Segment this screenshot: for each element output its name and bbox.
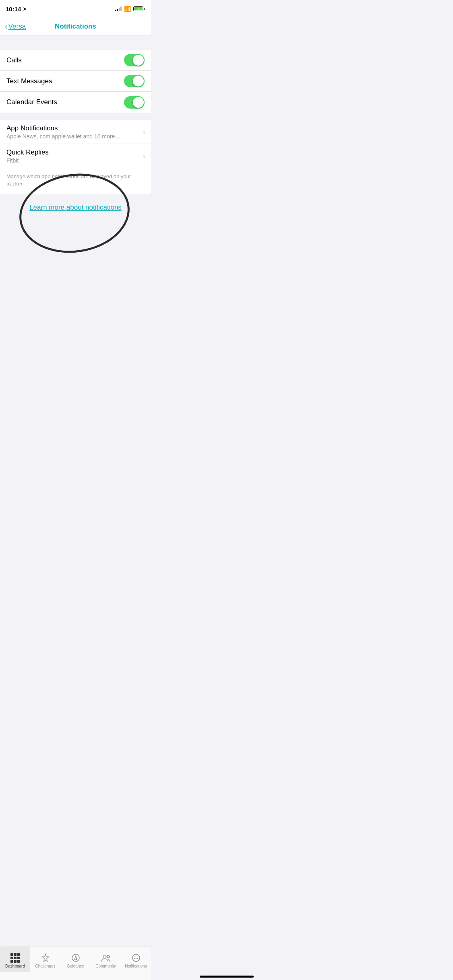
app-notifications-chevron-icon: › xyxy=(143,128,145,136)
app-notifications-section: App Notifications Apple News, com.apple.… xyxy=(0,120,151,194)
text-messages-row: Text Messages xyxy=(0,71,151,92)
back-button[interactable]: ‹ Versa xyxy=(5,22,26,31)
description-text: Manage which app notifications are displ… xyxy=(0,168,151,194)
toggle-settings-section: Calls Text Messages Calendar Events xyxy=(0,50,151,113)
back-label: Versa xyxy=(8,23,26,31)
location-arrow-icon: ➤ xyxy=(23,6,27,12)
nav-bar: ‹ Versa Notifications xyxy=(0,18,151,35)
learn-more-section: Learn more about notifications xyxy=(0,194,151,221)
app-notifications-title: App Notifications xyxy=(6,124,145,132)
app-notifications-row[interactable]: App Notifications Apple News, com.apple.… xyxy=(0,120,151,144)
calls-label: Calls xyxy=(6,56,22,64)
status-icons: 📶 ⚡ xyxy=(115,6,145,12)
wifi-icon: 📶 xyxy=(124,6,131,12)
calls-toggle[interactable] xyxy=(124,54,145,66)
calls-row: Calls xyxy=(0,50,151,71)
quick-replies-subtitle: Fitbit xyxy=(6,157,145,164)
text-messages-label: Text Messages xyxy=(6,77,52,85)
calendar-events-toggle[interactable] xyxy=(124,96,145,109)
quick-replies-row[interactable]: Quick Replies Fitbit › xyxy=(0,144,151,168)
back-chevron-icon: ‹ xyxy=(5,22,8,31)
calendar-events-label: Calendar Events xyxy=(6,98,57,106)
page-title: Notifications xyxy=(55,23,96,31)
text-messages-toggle[interactable] xyxy=(124,75,145,87)
time-display: 10:14 xyxy=(6,6,21,12)
calls-toggle-thumb xyxy=(133,55,144,66)
status-time: 10:14 ➤ xyxy=(6,6,27,12)
section-spacer-mid xyxy=(0,113,151,120)
battery-icon: ⚡ xyxy=(133,6,145,11)
section-spacer-top xyxy=(0,35,151,50)
quick-replies-chevron-icon: › xyxy=(143,152,145,160)
quick-replies-title: Quick Replies xyxy=(6,148,145,156)
calendar-events-row: Calendar Events xyxy=(0,92,151,113)
signal-icon xyxy=(115,6,122,11)
empty-area xyxy=(0,221,151,334)
status-bar: 10:14 ➤ 📶 ⚡ xyxy=(0,0,151,18)
learn-more-link[interactable]: Learn more about notifications xyxy=(29,204,122,211)
app-notifications-subtitle: Apple News, com.apple.wallet and 10 more… xyxy=(6,133,145,140)
text-messages-toggle-thumb xyxy=(133,76,144,86)
calendar-events-toggle-thumb xyxy=(133,97,144,108)
